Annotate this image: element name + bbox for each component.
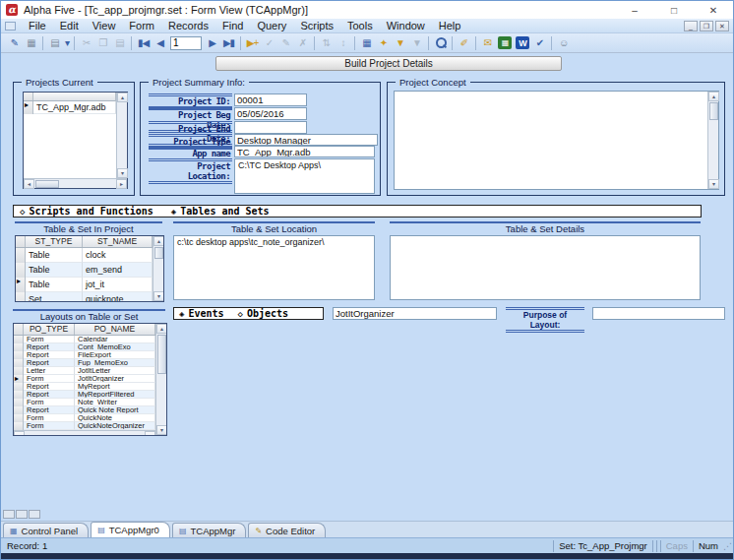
menu-tools[interactable]: Tools <box>340 20 380 31</box>
print-dropdown-icon[interactable]: ▾ <box>63 35 71 51</box>
tables-grid[interactable]: ST_TYPE ST_NAME Table clock Table em_sen… <box>15 235 164 302</box>
layout-row[interactable]: FormNote_Writer <box>14 399 155 406</box>
scroll-right-icon[interactable]: ▸ <box>145 431 155 435</box>
table-row[interactable]: Table jot_it <box>16 278 153 292</box>
last-record-icon[interactable]: ▶▮ <box>220 35 237 51</box>
enter-record-icon[interactable]: ✓ <box>261 35 277 51</box>
copy-icon[interactable]: ❐ <box>94 35 111 51</box>
project-id-field[interactable] <box>234 93 307 106</box>
projects-vertical-scrollbar[interactable]: ▴ ▾ <box>116 93 127 178</box>
menu-query[interactable]: Query <box>250 20 293 31</box>
scroll-left-icon[interactable]: ◂ <box>14 431 25 435</box>
menu-view[interactable]: View <box>86 20 123 31</box>
record-number-input[interactable] <box>170 36 202 50</box>
layout-row[interactable]: FormJotItOrganizer <box>14 375 155 383</box>
mdi-restore-button[interactable]: ❐ <box>700 21 713 31</box>
change-record-icon[interactable]: ✎ <box>277 35 294 51</box>
purpose-of-layout-field[interactable] <box>592 307 725 320</box>
spell-check-icon[interactable]: ✔ <box>531 35 548 51</box>
objects-radio-icon[interactable]: ◇ <box>238 309 243 319</box>
layout-row[interactable]: ReportMyReportFiltered <box>14 391 155 399</box>
table-row[interactable]: Set quicknote <box>16 292 153 301</box>
tab-tcappmgr[interactable]: ▤ TCAppMgr <box>172 523 247 537</box>
remove-filter-icon[interactable]: ▼ <box>408 35 425 51</box>
tables-and-sets-radio-icon[interactable]: ◈ <box>171 207 176 217</box>
layout-row[interactable]: ReportQuick Note Report <box>14 406 155 414</box>
filter-icon[interactable]: ▼ <box>392 35 408 51</box>
scroll-down-icon[interactable]: ▾ <box>153 291 164 301</box>
close-button[interactable]: ✕ <box>694 1 733 19</box>
layout-row[interactable]: LetterJotItLetter <box>14 367 155 375</box>
build-project-details-button[interactable]: Build Project Details <box>215 56 562 71</box>
project-beg-date-field[interactable] <box>234 107 307 120</box>
column-header[interactable]: PO_TYPE <box>24 324 75 335</box>
layout-row[interactable]: ReportFup_MemoExo <box>14 359 155 367</box>
genie-icon[interactable]: ☺ <box>555 35 572 51</box>
zoom-icon[interactable] <box>432 35 449 51</box>
table-row[interactable]: Table clock <box>16 248 153 263</box>
scroll-down-icon[interactable]: ▾ <box>156 425 167 435</box>
events-radio-icon[interactable]: ◈ <box>179 309 184 319</box>
concept-vertical-scrollbar[interactable]: ▴ ▾ <box>707 92 718 189</box>
project-location-field[interactable]: C:\TC Desktop Apps\ <box>234 158 375 194</box>
delete-record-icon[interactable]: ✗ <box>294 35 311 51</box>
find-by-form-icon[interactable]: ▦ <box>358 35 375 51</box>
scroll-up-icon[interactable]: ▴ <box>156 324 167 334</box>
word-export-icon[interactable]: W <box>516 36 529 49</box>
paste-icon[interactable]: ▤ <box>111 35 128 51</box>
layouts-horizontal-scrollbar[interactable]: ◂ ▸ <box>14 430 155 435</box>
scroll-left-icon[interactable]: ◂ <box>24 179 34 189</box>
table-row[interactable]: Table em_send <box>16 263 153 278</box>
scroll-up-icon[interactable]: ▴ <box>117 93 128 102</box>
tab-tcappmgr0[interactable]: ▤ TCAppMgr0 <box>91 522 170 537</box>
project-end-date-field[interactable] <box>234 121 307 134</box>
next-record-icon[interactable]: ▶ <box>204 35 220 51</box>
scroll-up-icon[interactable]: ▴ <box>708 92 719 101</box>
excel-export-icon[interactable]: ▦ <box>498 36 512 49</box>
project-row[interactable]: TC_App_Mgr.adb <box>24 101 116 114</box>
layout-name-field[interactable] <box>333 307 497 320</box>
sort-icon[interactable]: ↕ <box>335 35 351 51</box>
mdi-close-button[interactable]: ✕ <box>715 21 729 31</box>
resize-grip[interactable]: ⋰ <box>723 540 733 552</box>
tab-code-editor[interactable]: ✎ Code Editor <box>248 523 326 537</box>
scripts-and-functions-radio-icon[interactable]: ◇ <box>20 207 25 217</box>
menu-form[interactable]: Form <box>122 20 161 31</box>
layouts-vertical-scrollbar[interactable]: ▴ ▾ <box>155 324 166 435</box>
scripts-and-functions-radio-label[interactable]: Scripts and Functions <box>29 206 153 217</box>
browse-view-icon[interactable]: ▦ <box>23 35 39 51</box>
layout-row[interactable]: ReportMyReport <box>14 383 155 391</box>
objects-radio-label[interactable]: Objects <box>247 308 288 319</box>
index-icon[interactable]: ⇅ <box>318 35 335 51</box>
events-radio-label[interactable]: Events <box>188 308 223 319</box>
mdi-minimize-button[interactable]: _ <box>684 21 698 31</box>
projects-current-browse[interactable]: TC_App_Mgr.adb ▴ ▾ ◂ ▸ <box>23 92 128 189</box>
scroll-up-icon[interactable]: ▴ <box>153 236 164 246</box>
layout-row[interactable]: ReportCont_MemoExo <box>14 343 155 351</box>
mdi-minimized-window[interactable] <box>3 510 15 519</box>
previous-record-icon[interactable]: ◀ <box>152 35 168 51</box>
scroll-right-icon[interactable]: ▸ <box>116 179 127 189</box>
menu-scripts[interactable]: Scripts <box>293 20 340 31</box>
email-icon[interactable]: ✉ <box>479 35 496 51</box>
projects-horizontal-scrollbar[interactable]: ◂ ▸ <box>24 178 127 188</box>
design-mode-icon[interactable]: ✎ <box>6 35 23 51</box>
new-record-icon[interactable]: ▶+ <box>244 35 261 51</box>
minimize-button[interactable]: – <box>615 1 654 19</box>
tables-and-sets-radio-label[interactable]: Tables and Sets <box>180 206 269 217</box>
maximize-button[interactable]: □ <box>654 1 694 19</box>
project-type-field[interactable] <box>234 134 378 146</box>
column-header[interactable]: ST_TYPE <box>26 236 83 247</box>
tables-vertical-scrollbar[interactable]: ▴ ▾ <box>153 236 163 301</box>
menu-help[interactable]: Help <box>432 20 468 31</box>
first-record-icon[interactable]: ▮◀ <box>135 35 152 51</box>
layout-row[interactable]: FormQuickNote <box>14 414 155 422</box>
mdi-child-icon[interactable] <box>5 22 16 31</box>
menu-window[interactable]: Window <box>380 20 432 31</box>
print-icon[interactable]: ▤ <box>46 35 63 51</box>
project-concept-field[interactable]: ▴ ▾ <box>394 91 719 190</box>
menu-records[interactable]: Records <box>161 20 215 31</box>
tab-control-panel[interactable]: ▦ Control Panel <box>3 523 89 537</box>
field-rules-icon[interactable]: ✐ <box>456 35 472 51</box>
menu-edit[interactable]: Edit <box>53 20 86 31</box>
